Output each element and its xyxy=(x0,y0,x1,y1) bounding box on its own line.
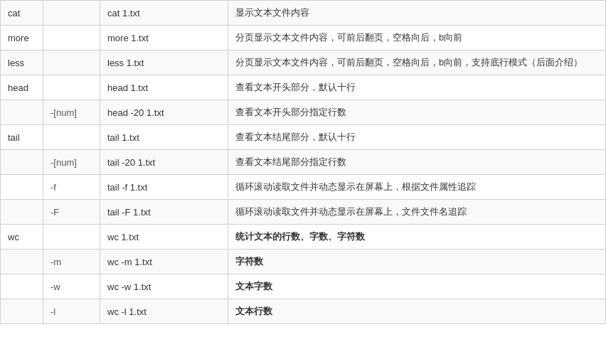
flag-cell: -m xyxy=(43,250,100,274)
example-cell: tail 1.txt xyxy=(100,125,228,150)
cmd-cell xyxy=(1,299,43,324)
desc-cell: 循环滚动读取文件并动态显示在屏幕上，文件文件名追踪 xyxy=(228,200,606,225)
flag-cell: -[num] xyxy=(43,150,100,175)
desc-cell: 文本字数 xyxy=(228,274,606,299)
table-row: cat cat 1.txt 显示文本文件内容 xyxy=(1,1,606,26)
desc-cell: 循环滚动读取文件并动态显示在屏幕上，根据文件属性追踪 xyxy=(228,175,606,200)
example-cell: tail -F 1.txt xyxy=(100,200,228,225)
cmd-cell xyxy=(1,200,43,225)
cmd-cell xyxy=(1,250,43,274)
table-row: wc wc 1.txt 统计文本的行数、字数、字符数 xyxy=(1,225,606,250)
example-cell: wc 1.txt xyxy=(100,225,228,250)
example-cell: less 1.txt xyxy=(100,50,228,75)
example-cell: tail -f 1.txt xyxy=(100,175,228,200)
table-row: -f tail -f 1.txt 循环滚动读取文件并动态显示在屏幕上，根据文件属… xyxy=(1,175,606,200)
cmd-cell: tail xyxy=(1,125,43,150)
table-row: -m wc -m 1.txt 字符数 xyxy=(1,250,606,274)
desc-cell: 字符数 xyxy=(228,250,606,274)
table-row: -[num] head -20 1.txt 查看文本开头部分指定行数 xyxy=(1,100,606,125)
cmd-cell xyxy=(1,175,43,200)
cmd-cell: wc xyxy=(1,225,43,250)
flag-cell xyxy=(43,50,100,75)
cmd-cell: more xyxy=(1,26,43,50)
command-table: cat cat 1.txt 显示文本文件内容 more more 1.txt 分… xyxy=(0,0,606,324)
example-cell: wc -l 1.txt xyxy=(100,299,228,324)
desc-cell: 查看文本开头部分，默认十行 xyxy=(228,75,606,100)
table-row: -F tail -F 1.txt 循环滚动读取文件并动态显示在屏幕上，文件文件名… xyxy=(1,200,606,225)
example-cell: wc -m 1.txt xyxy=(100,250,228,274)
table-row: more more 1.txt 分页显示文本文件内容，可前后翻页，空格向后，b向… xyxy=(1,26,606,50)
desc-cell: 分页显示文本文件内容，可前后翻页，空格向后，b向前，支持底行模式（后面介绍） xyxy=(228,50,606,75)
example-cell: more 1.txt xyxy=(100,26,228,50)
table-row: tail tail 1.txt 查看文本结尾部分，默认十行 xyxy=(1,125,606,150)
flag-cell xyxy=(43,125,100,150)
desc-cell: 文本行数 xyxy=(228,299,606,324)
desc-cell: 查看文本结尾部分，默认十行 xyxy=(228,125,606,150)
table-row: -l wc -l 1.txt 文本行数 xyxy=(1,299,606,324)
cmd-cell xyxy=(1,150,43,175)
flag-cell xyxy=(43,75,100,100)
cmd-cell: less xyxy=(1,50,43,75)
desc-cell: 统计文本的行数、字数、字符数 xyxy=(228,225,606,250)
desc-cell: 分页显示文本文件内容，可前后翻页，空格向后，b向前 xyxy=(228,26,606,50)
example-cell: tail -20 1.txt xyxy=(100,150,228,175)
flag-cell: -l xyxy=(43,299,100,324)
flag-cell xyxy=(43,1,100,26)
flag-cell xyxy=(43,26,100,50)
flag-cell xyxy=(43,225,100,250)
cmd-cell: head xyxy=(1,75,43,100)
desc-cell: 查看文本开头部分指定行数 xyxy=(228,100,606,125)
cmd-cell: cat xyxy=(1,1,43,26)
desc-cell: 显示文本文件内容 xyxy=(228,1,606,26)
table-row: head head 1.txt 查看文本开头部分，默认十行 xyxy=(1,75,606,100)
flag-cell: -F xyxy=(43,200,100,225)
table-row: -[num] tail -20 1.txt 查看文本结尾部分指定行数 xyxy=(1,150,606,175)
flag-cell: -[num] xyxy=(43,100,100,125)
cmd-cell xyxy=(1,274,43,299)
example-cell: cat 1.txt xyxy=(100,1,228,26)
cmd-cell xyxy=(1,100,43,125)
table-row: less less 1.txt 分页显示文本文件内容，可前后翻页，空格向后，b向… xyxy=(1,50,606,75)
example-cell: head 1.txt xyxy=(100,75,228,100)
desc-cell: 查看文本结尾部分指定行数 xyxy=(228,150,606,175)
example-cell: wc -w 1.txt xyxy=(100,274,228,299)
flag-cell: -f xyxy=(43,175,100,200)
table-row: -w wc -w 1.txt 文本字数 xyxy=(1,274,606,299)
flag-cell: -w xyxy=(43,274,100,299)
example-cell: head -20 1.txt xyxy=(100,100,228,125)
